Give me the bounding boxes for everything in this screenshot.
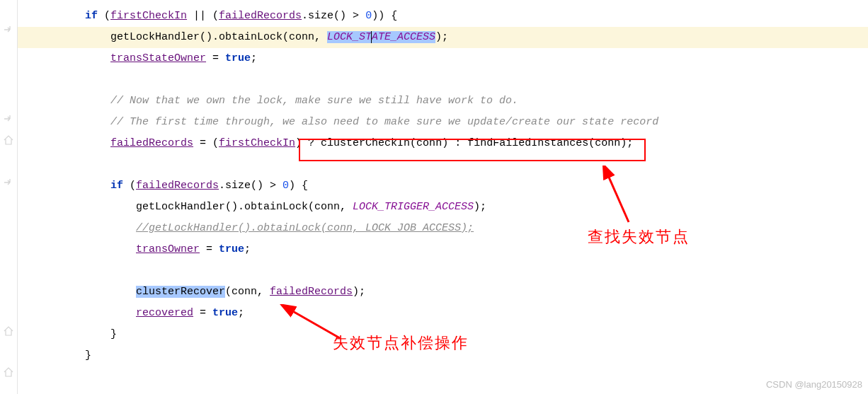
editor-gutter: [0, 0, 18, 394]
code-text: =: [206, 52, 225, 64]
code-line[interactable]: recovered = true;: [18, 303, 868, 324]
gutter-return-icon: [3, 113, 14, 124]
watermark-text: CSDN @lang20150928: [766, 379, 862, 390]
field-ref: transOwner: [136, 243, 200, 255]
code-line[interactable]: transStateOwner = true;: [18, 48, 868, 69]
code-text: );: [474, 201, 486, 213]
code-line[interactable]: if (firstCheckIn || (failedRecords.size(…: [18, 6, 868, 27]
field-ref: firstCheckIn: [110, 10, 187, 22]
code-line[interactable]: // Now that we own the lock, make sure w…: [18, 91, 868, 112]
code-line[interactable]: failedRecords = (firstCheckIn) ? cluster…: [18, 133, 868, 154]
code-text: [85, 286, 136, 298]
gutter-home-icon: [3, 325, 14, 337]
code-text: || (: [187, 10, 219, 22]
code-text: .size() >: [219, 180, 282, 192]
keyword-if: if: [85, 10, 98, 22]
code-text: =: [200, 243, 219, 255]
code-line[interactable]: if (failedRecords.size() > 0) {: [18, 175, 868, 197]
code-text: }: [85, 349, 91, 361]
code-text: .size() >: [302, 10, 365, 22]
field-ref: failedRecords: [270, 286, 353, 298]
number-literal: 0: [365, 10, 372, 22]
code-text: (conn,: [225, 286, 270, 298]
code-text: );: [435, 31, 448, 43]
field-ref: failedRecords: [136, 180, 219, 192]
code-text: getLockHandler().obtainLock(conn,: [85, 201, 353, 213]
code-text: = (: [193, 137, 219, 149]
code-text: )) {: [372, 10, 397, 22]
code-line[interactable]: // The first time through, we also need …: [18, 112, 868, 133]
code-text: );: [353, 286, 365, 298]
code-text: [85, 137, 110, 149]
code-text: =: [193, 307, 212, 319]
keyword-if: if: [110, 180, 123, 192]
code-text: ) {: [289, 180, 308, 192]
code-line[interactable]: clusterRecover(conn, failedRecords);: [18, 282, 868, 303]
constant-ref-selected: TE_ACCESS: [378, 31, 435, 43]
constant-ref: LOCK_TRIGGER_ACCESS: [353, 201, 474, 213]
gutter-home-icon: [3, 366, 14, 378]
number-literal: 0: [282, 180, 289, 192]
gutter-return-icon: [3, 177, 14, 188]
constant-ref-selected: A: [371, 31, 378, 43]
field-ref: failedRecords: [110, 137, 193, 149]
gutter-home-icon: [3, 134, 14, 146]
code-text: ;: [251, 52, 257, 64]
keyword-true: true: [212, 307, 238, 319]
code-text: [85, 52, 110, 64]
code-text: [85, 180, 110, 192]
code-text: (: [98, 10, 110, 22]
keyword-true: true: [225, 52, 251, 64]
field-ref: transStateOwner: [110, 52, 206, 64]
code-line[interactable]: transOwner = true;: [18, 239, 868, 260]
field-ref: failedRecords: [219, 10, 302, 22]
code-line[interactable]: [18, 260, 868, 282]
code-line[interactable]: [18, 154, 868, 175]
code-text: ) ? clusterCheckIn(conn) : findFailedIns…: [295, 137, 633, 149]
gutter-return-icon: [3, 24, 14, 35]
code-text: [85, 95, 110, 107]
code-text: }: [85, 328, 117, 340]
code-text: (: [123, 180, 136, 192]
field-ref: recovered: [136, 307, 193, 319]
comment: // Now that we own the lock, make sure w…: [110, 95, 518, 107]
code-text: [85, 116, 110, 128]
field-ref: firstCheckIn: [219, 137, 295, 149]
annotation-text: 失效节点补偿操作: [333, 332, 469, 354]
code-editor[interactable]: if (firstCheckIn || (failedRecords.size(…: [18, 0, 868, 366]
keyword-true: true: [219, 243, 244, 255]
code-text: ;: [244, 243, 251, 255]
code-line[interactable]: //getLockHandler().obtainLock(conn, LOCK…: [18, 218, 868, 239]
code-line[interactable]: [18, 69, 868, 91]
code-text: [85, 243, 136, 255]
code-text: getLockHandler().obtainLock(conn,: [85, 31, 327, 43]
comment: //getLockHandler().obtainLock(conn, LOCK…: [136, 222, 474, 234]
comment: // The first time through, we also need …: [110, 116, 658, 128]
selected-text: clusterRecover: [136, 286, 225, 298]
code-text: ;: [238, 307, 244, 319]
code-text: [85, 307, 136, 319]
code-line[interactable]: getLockHandler().obtainLock(conn, LOCK_T…: [18, 197, 868, 218]
constant-ref-selected: LOCK_ST: [327, 31, 372, 43]
annotation-text: 查找失效节点: [588, 226, 690, 248]
code-text: [85, 222, 136, 234]
code-line-highlighted[interactable]: getLockHandler().obtainLock(conn, LOCK_S…: [18, 27, 868, 48]
